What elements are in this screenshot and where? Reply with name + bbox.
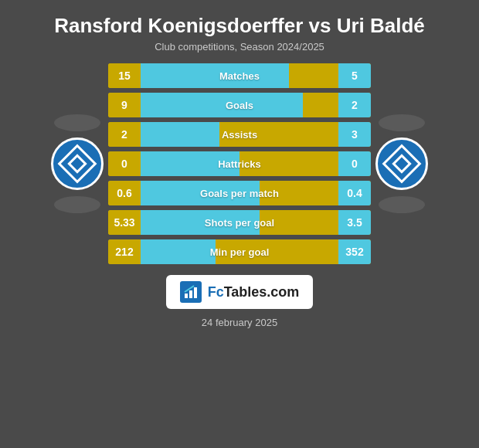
- stat-bar-area: Matches: [141, 63, 338, 88]
- stat-bar-area: Min per goal: [141, 239, 338, 264]
- stat-left-value: 2: [108, 122, 141, 147]
- stat-left-value: 0.6: [108, 181, 141, 205]
- branding-box: FcTables.com: [166, 275, 314, 309]
- svg-rect-1: [189, 290, 192, 298]
- stat-row: 212Min per goal352: [108, 239, 371, 264]
- match-title: Ransford Koenigsdoerffer vs Uri Baldé: [46, 14, 433, 38]
- right-ellipse-top: [379, 114, 425, 131]
- right-logo-circle: [375, 137, 428, 190]
- stat-right-value: 3: [338, 122, 371, 147]
- stat-row: 0.6Goals per match0.4: [108, 181, 371, 205]
- branding-icon: [180, 281, 202, 303]
- stat-row: 15Matches5: [108, 63, 371, 88]
- stat-bar-area: Goals per match: [141, 181, 338, 205]
- stat-left-value: 9: [108, 93, 141, 117]
- stat-left-value: 212: [108, 239, 141, 264]
- stat-row: 2Assists3: [108, 122, 371, 147]
- match-subtitle: Club competitions, Season 2024/2025: [155, 41, 324, 53]
- stat-bar-area: Assists: [141, 122, 338, 147]
- stat-label: Shots per goal: [141, 217, 338, 229]
- svg-rect-2: [194, 287, 197, 298]
- stat-label: Hattricks: [141, 158, 338, 170]
- stat-label: Min per goal: [141, 246, 338, 258]
- stat-right-value: 0.4: [338, 181, 371, 205]
- left-ellipse-bottom: [54, 196, 100, 213]
- right-team-logo: [371, 114, 433, 213]
- stat-right-value: 2: [338, 93, 371, 117]
- stat-left-value: 5.33: [108, 210, 141, 235]
- stat-label: Goals per match: [141, 188, 338, 199]
- stat-bar-area: Goals: [141, 93, 338, 117]
- right-ellipse-bottom: [379, 196, 425, 213]
- stat-right-value: 5: [338, 63, 371, 88]
- left-ellipse-top: [54, 114, 100, 131]
- stat-label: Assists: [141, 129, 338, 141]
- stat-label: Matches: [141, 70, 338, 82]
- stat-bar-area: Shots per goal: [141, 210, 338, 235]
- stat-right-value: 0: [338, 151, 371, 176]
- svg-rect-0: [185, 294, 188, 298]
- stat-row: 0Hattricks0: [108, 151, 371, 176]
- stat-row: 5.33Shots per goal3.5: [108, 210, 371, 235]
- branding-text: FcTables.com: [208, 284, 300, 300]
- stat-left-value: 0: [108, 151, 141, 176]
- stat-right-value: 3.5: [338, 210, 371, 235]
- stats-section: 15Matches59Goals22Assists30Hattricks00.6…: [46, 63, 433, 264]
- stat-left-value: 15: [108, 63, 141, 88]
- left-logo-circle: [51, 137, 104, 190]
- stat-right-value: 352: [338, 239, 371, 264]
- stat-bar-area: Hattricks: [141, 151, 338, 176]
- main-container: Ransford Koenigsdoerffer vs Uri Baldé Cl…: [0, 0, 479, 448]
- footer-date: 24 february 2025: [202, 317, 277, 328]
- stats-rows: 15Matches59Goals22Assists30Hattricks00.6…: [108, 63, 371, 264]
- stat-label: Goals: [141, 100, 338, 111]
- stat-row: 9Goals2: [108, 93, 371, 117]
- left-team-logo: [46, 114, 108, 213]
